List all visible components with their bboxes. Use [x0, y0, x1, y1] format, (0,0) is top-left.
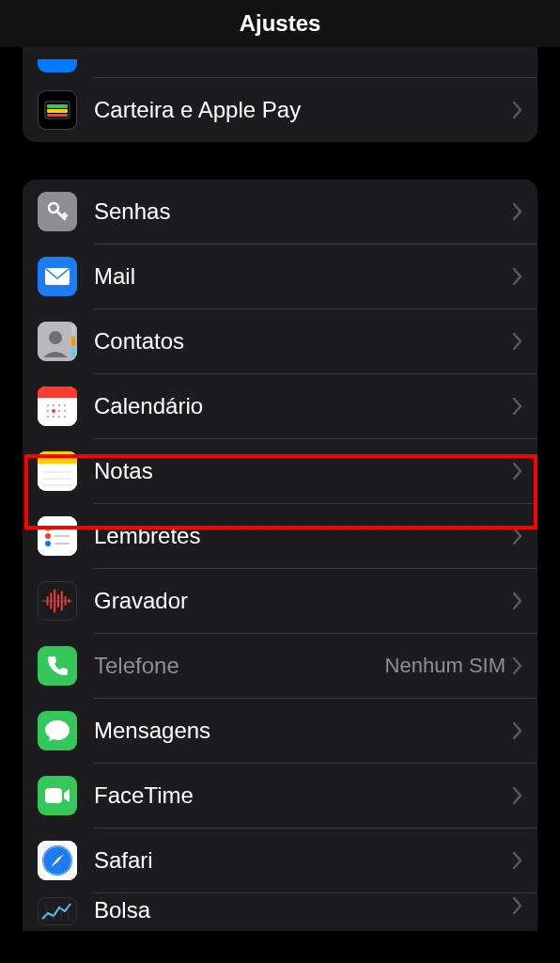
reminders-icon — [38, 516, 77, 556]
svg-rect-8 — [71, 325, 75, 335]
key-icon — [38, 192, 77, 231]
settings-row-passwords[interactable]: Senhas — [23, 180, 537, 244]
svg-point-23 — [53, 416, 54, 418]
svg-point-33 — [45, 526, 51, 531]
phone-icon — [38, 646, 77, 686]
chevron-right-icon — [513, 592, 522, 609]
voicememos-icon — [38, 581, 77, 621]
svg-rect-10 — [71, 348, 75, 357]
chevron-right-icon — [513, 333, 522, 350]
settings-row-phone[interactable]: Telefone Nenhum SIM — [23, 634, 537, 698]
row-label: Mensagens — [94, 718, 513, 744]
notes-icon — [38, 451, 77, 491]
settings-row-voicememos[interactable]: Gravador — [23, 569, 537, 633]
row-label: Telefone — [94, 653, 385, 679]
safari-icon — [38, 841, 77, 880]
row-label: Contatos — [94, 328, 513, 355]
calendar-icon — [38, 387, 77, 426]
settings-row-notes[interactable]: Notas — [23, 439, 537, 503]
svg-point-34 — [45, 533, 51, 539]
svg-rect-2 — [47, 109, 68, 113]
settings-row-contacts[interactable]: Contatos — [23, 309, 537, 373]
svg-point-15 — [53, 404, 54, 406]
row-label: Safari — [94, 847, 513, 874]
svg-point-16 — [58, 404, 60, 406]
svg-point-25 — [64, 416, 66, 418]
row-label: Calendário — [94, 393, 513, 419]
settings-row-safari[interactable]: Safari — [23, 829, 537, 892]
chevron-right-icon — [513, 897, 522, 914]
svg-rect-1 — [47, 104, 68, 108]
chevron-right-icon — [513, 463, 522, 480]
chevron-right-icon — [513, 852, 522, 869]
svg-point-35 — [45, 541, 51, 546]
wallet-icon — [38, 90, 77, 130]
mail-icon — [38, 257, 77, 296]
stocks-icon — [38, 897, 77, 925]
row-label: Bolsa — [94, 897, 513, 924]
settings-row-partial[interactable] — [23, 55, 537, 77]
svg-point-21 — [64, 410, 66, 412]
svg-point-22 — [47, 416, 49, 418]
row-label: Carteira e Apple Pay — [94, 97, 513, 123]
chevron-right-icon — [513, 102, 522, 118]
svg-rect-48 — [45, 788, 62, 803]
settings-section-1: Carteira e Apple Pay — [23, 47, 537, 142]
chevron-right-icon — [513, 722, 522, 739]
settings-row-mail[interactable]: Mail — [23, 245, 537, 308]
chevron-right-icon — [513, 203, 522, 220]
settings-row-stocks[interactable]: Bolsa — [23, 893, 537, 931]
chevron-right-icon — [513, 657, 522, 674]
app-icon — [38, 59, 77, 72]
svg-point-24 — [58, 416, 60, 418]
svg-rect-3 — [47, 114, 68, 117]
settings-row-wallet[interactable]: Carteira e Apple Pay — [23, 78, 537, 142]
row-label: Mail — [94, 263, 513, 290]
chevron-right-icon — [513, 268, 522, 285]
page-title: Ajustes — [240, 10, 321, 37]
chevron-right-icon — [513, 787, 522, 804]
svg-point-7 — [49, 331, 62, 344]
header: Ajustes — [0, 0, 560, 47]
svg-point-20 — [58, 410, 60, 412]
settings-row-reminders[interactable]: Lembretes — [23, 504, 537, 568]
svg-point-17 — [64, 404, 66, 406]
row-label: Notas — [94, 458, 513, 484]
settings-row-calendar[interactable]: Calendário — [23, 374, 537, 438]
chevron-right-icon — [513, 528, 522, 545]
settings-content: Carteira e Apple Pay Senhas — [0, 47, 560, 931]
settings-section-2: Senhas Mail — [23, 180, 537, 931]
svg-rect-9 — [71, 337, 75, 346]
svg-point-18 — [47, 410, 49, 412]
settings-row-messages[interactable]: Mensagens — [23, 699, 537, 763]
svg-rect-13 — [38, 392, 77, 398]
row-label: FaceTime — [94, 782, 513, 809]
row-label: Lembretes — [94, 523, 513, 549]
messages-icon — [38, 711, 77, 750]
row-label: Senhas — [94, 198, 513, 225]
svg-point-19 — [52, 409, 55, 413]
svg-point-14 — [47, 404, 49, 406]
row-value: Nenhum SIM — [385, 654, 506, 678]
row-label: Gravador — [94, 588, 513, 614]
facetime-icon — [38, 776, 77, 815]
chevron-right-icon — [513, 398, 522, 415]
contacts-icon — [38, 322, 77, 361]
svg-rect-28 — [38, 458, 77, 464]
settings-row-facetime[interactable]: FaceTime — [23, 764, 537, 828]
